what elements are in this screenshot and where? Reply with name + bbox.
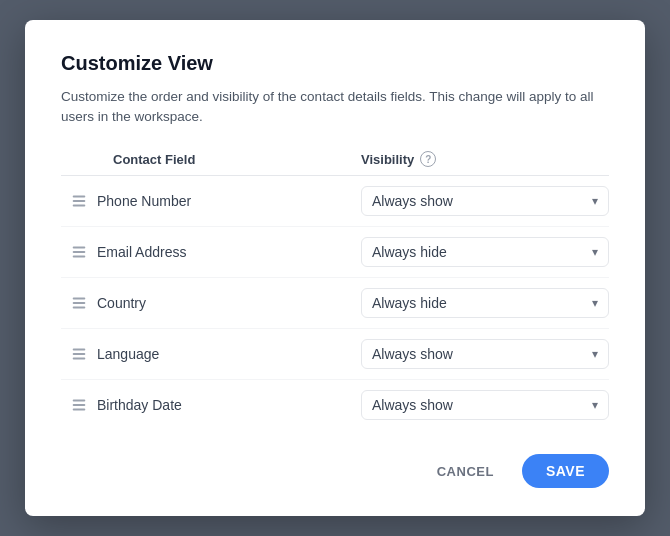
- drag-handle-language[interactable]: [61, 345, 97, 363]
- field-name-language: Language: [97, 346, 361, 362]
- col-visibility-header: Visibility ?: [361, 151, 609, 167]
- modal-footer: CANCEL SAVE: [61, 454, 609, 488]
- svg-rect-4: [73, 251, 86, 253]
- visibility-select-country[interactable]: Always hide ▾: [361, 288, 609, 318]
- modal: Customize View Customize the order and v…: [25, 20, 645, 517]
- save-button[interactable]: SAVE: [522, 454, 609, 488]
- svg-rect-3: [73, 247, 86, 249]
- chevron-down-icon: ▾: [592, 296, 598, 310]
- table-header: Contact Field Visibility ?: [61, 151, 609, 176]
- svg-rect-5: [73, 256, 86, 258]
- field-name-email-address: Email Address: [97, 244, 361, 260]
- visibility-select-language[interactable]: Always show ▾: [361, 339, 609, 369]
- table-row: Email Address Always hide ▾: [61, 227, 609, 278]
- chevron-down-icon: ▾: [592, 347, 598, 361]
- field-name-phone-number: Phone Number: [97, 193, 361, 209]
- svg-rect-13: [73, 404, 86, 406]
- drag-handle-phone-number[interactable]: [61, 192, 97, 210]
- table-row: Phone Number Always show ▾: [61, 176, 609, 227]
- table-row: Language Always show ▾: [61, 329, 609, 380]
- field-name-birthday-date: Birthday Date: [97, 397, 361, 413]
- svg-rect-2: [73, 205, 86, 207]
- visibility-select-phone-number[interactable]: Always show ▾: [361, 186, 609, 216]
- svg-rect-1: [73, 200, 86, 202]
- svg-rect-11: [73, 358, 86, 360]
- svg-rect-7: [73, 302, 86, 304]
- col-field-header: Contact Field: [61, 152, 361, 167]
- help-icon[interactable]: ?: [420, 151, 436, 167]
- chevron-down-icon: ▾: [592, 194, 598, 208]
- drag-handle-email-address[interactable]: [61, 243, 97, 261]
- visibility-select-birthday-date[interactable]: Always show ▾: [361, 390, 609, 420]
- svg-rect-10: [73, 353, 86, 355]
- svg-rect-12: [73, 400, 86, 402]
- svg-rect-0: [73, 196, 86, 198]
- field-name-country: Country: [97, 295, 361, 311]
- field-rows-container: Phone Number Always show ▾ Email Address: [61, 176, 609, 430]
- chevron-down-icon: ▾: [592, 398, 598, 412]
- svg-rect-6: [73, 298, 86, 300]
- drag-handle-birthday-date[interactable]: [61, 396, 97, 414]
- chevron-down-icon: ▾: [592, 245, 598, 259]
- drag-handle-country[interactable]: [61, 294, 97, 312]
- modal-description: Customize the order and visibility of th…: [61, 87, 609, 128]
- table-row: Country Always hide ▾: [61, 278, 609, 329]
- modal-title: Customize View: [61, 52, 609, 75]
- visibility-select-email-address[interactable]: Always hide ▾: [361, 237, 609, 267]
- cancel-button[interactable]: CANCEL: [425, 456, 506, 487]
- svg-rect-8: [73, 307, 86, 309]
- table-row: Birthday Date Always show ▾: [61, 380, 609, 430]
- svg-rect-14: [73, 409, 86, 411]
- svg-rect-9: [73, 349, 86, 351]
- overlay: Customize View Customize the order and v…: [0, 0, 670, 536]
